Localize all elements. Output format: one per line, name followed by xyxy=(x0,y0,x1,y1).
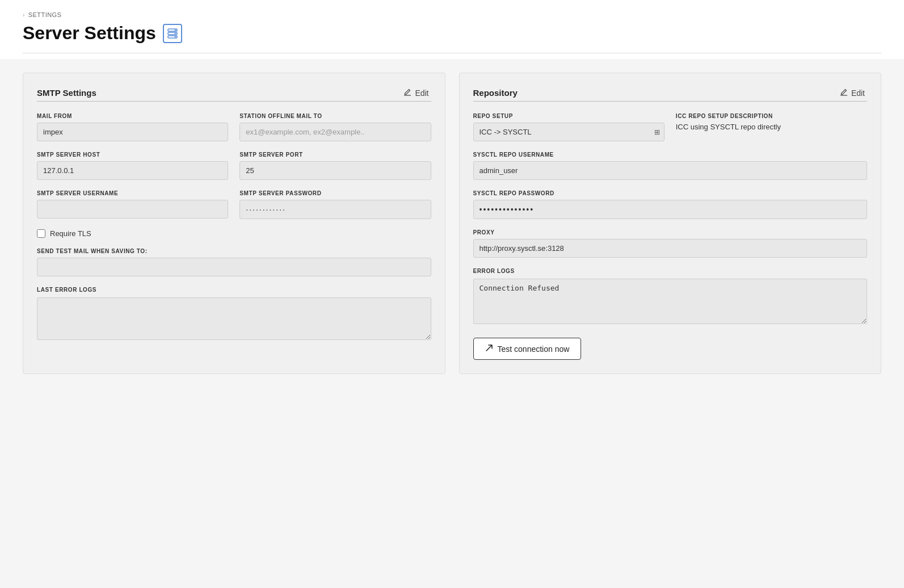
repo-setup-select[interactable]: ICC -> SYSCTL SYSCTL -> ICC Manual xyxy=(473,123,665,141)
smtp-row1: MAIL FROM impex STATION OFFLINE MAIL TO … xyxy=(37,113,431,141)
smtp-section-title: SMTP Settings xyxy=(37,88,96,98)
mail-from-group: MAIL FROM impex xyxy=(37,113,228,141)
icc-repo-desc-label: ICC REPO SETUP DESCRIPTION xyxy=(676,113,867,119)
smtp-host-label: SMTP SERVER HOST xyxy=(37,152,228,158)
last-error-textarea[interactable] xyxy=(37,297,431,340)
repo-edit-icon xyxy=(840,88,848,98)
smtp-host-group: SMTP SERVER HOST 127.0.0.1 xyxy=(37,152,228,180)
station-offline-input[interactable]: ex1@example.com, ex2@example.. xyxy=(239,123,431,141)
smtp-panel-header: SMTP Settings Edit xyxy=(37,87,431,99)
repo-panel-divider xyxy=(473,101,868,102)
mail-from-label: MAIL FROM xyxy=(37,113,228,119)
smtp-username-label: SMTP SERVER USERNAME xyxy=(37,190,228,196)
smtp-edit-icon xyxy=(403,88,411,98)
server-settings-icon xyxy=(163,24,182,43)
sysctl-username-input[interactable]: admin_user xyxy=(473,161,868,180)
smtp-panel: SMTP Settings Edit MAIL FROM impex STATI… xyxy=(23,73,445,374)
smtp-username-input[interactable] xyxy=(37,200,228,219)
proxy-group: PROXY http://proxy.sysctl.se:3128 xyxy=(473,229,868,258)
repo-edit-button[interactable]: Edit xyxy=(838,87,867,99)
smtp-password-input[interactable]: ············ xyxy=(239,200,431,219)
smtp-row3: SMTP SERVER USERNAME SMTP SERVER PASSWOR… xyxy=(37,190,431,219)
mail-from-input[interactable]: impex xyxy=(37,123,228,141)
send-test-input[interactable] xyxy=(37,258,431,276)
smtp-edit-button[interactable]: Edit xyxy=(401,87,431,99)
page-title: Server Settings xyxy=(23,23,156,44)
sysctl-username-group: SYSCTL REPO USERNAME admin_user xyxy=(473,152,868,180)
proxy-label: PROXY xyxy=(473,229,868,236)
require-tls-row: Require TLS xyxy=(37,229,431,238)
repo-error-logs-textarea[interactable] xyxy=(473,279,868,324)
smtp-port-group: SMTP SERVER PORT 25 xyxy=(239,152,431,180)
station-offline-group: STATION OFFLINE MAIL TO ex1@example.com,… xyxy=(239,113,431,141)
repo-setup-label: REPO SETUP xyxy=(473,113,665,119)
repo-top-row: REPO SETUP ICC -> SYSCTL SYSCTL -> ICC M… xyxy=(473,113,868,141)
page-title-row: Server Settings xyxy=(23,23,881,53)
smtp-port-input[interactable]: 25 xyxy=(239,161,431,180)
require-tls-checkbox[interactable] xyxy=(37,229,45,238)
test-connection-icon xyxy=(485,344,493,354)
repo-panel-header: Repository Edit xyxy=(473,87,868,99)
smtp-username-group: SMTP SERVER USERNAME xyxy=(37,190,228,219)
proxy-input[interactable]: http://proxy.sysctl.se:3128 xyxy=(473,239,868,258)
breadcrumb-chevron-icon: › xyxy=(23,12,25,18)
sysctl-password-label: SYSCTL REPO PASSWORD xyxy=(473,190,868,196)
send-test-label: SEND TEST MAIL WHEN SAVING TO: xyxy=(37,248,431,254)
smtp-panel-divider xyxy=(37,101,431,102)
smtp-password-label: SMTP SERVER PASSWORD xyxy=(239,190,431,196)
header-divider xyxy=(23,53,881,53)
repository-panel: Repository Edit REPO SETUP ICC -> SYSCTL xyxy=(459,73,882,374)
send-test-group: SEND TEST MAIL WHEN SAVING TO: xyxy=(37,248,431,276)
smtp-edit-label: Edit xyxy=(415,89,428,98)
last-error-section: LAST ERROR LOGS xyxy=(37,287,431,342)
smtp-row2: SMTP SERVER HOST 127.0.0.1 SMTP SERVER P… xyxy=(37,152,431,180)
repo-desc-col: ICC REPO SETUP DESCRIPTION ICC using SYS… xyxy=(676,113,867,141)
breadcrumb: › SETTINGS xyxy=(23,11,881,18)
repo-edit-label: Edit xyxy=(851,89,865,98)
icc-repo-desc-text: ICC using SYSCTL repo directly xyxy=(676,123,867,131)
smtp-host-input[interactable]: 127.0.0.1 xyxy=(37,161,228,180)
main-content: SMTP Settings Edit MAIL FROM impex STATI… xyxy=(0,59,904,388)
test-connection-label: Test connection now xyxy=(498,345,570,354)
smtp-port-label: SMTP SERVER PORT xyxy=(239,152,431,158)
repo-setup-select-wrapper: ICC -> SYSCTL SYSCTL -> ICC Manual ⊞ xyxy=(473,123,665,141)
repo-section-title: Repository xyxy=(473,88,518,98)
station-offline-label: STATION OFFLINE MAIL TO xyxy=(239,113,431,119)
page-header: › SETTINGS Server Settings xyxy=(0,0,904,59)
sysctl-password-input[interactable]: •••••••••••••• xyxy=(473,200,868,219)
breadcrumb-label: SETTINGS xyxy=(28,11,62,18)
smtp-password-group: SMTP SERVER PASSWORD ············ xyxy=(239,190,431,219)
repo-error-logs-label: ERROR LOGS xyxy=(473,268,868,274)
test-connection-button[interactable]: Test connection now xyxy=(473,338,582,360)
sysctl-password-group: SYSCTL REPO PASSWORD •••••••••••••• xyxy=(473,190,868,219)
sysctl-username-label: SYSCTL REPO USERNAME xyxy=(473,152,868,158)
require-tls-label: Require TLS xyxy=(50,229,91,238)
last-error-label: LAST ERROR LOGS xyxy=(37,287,431,293)
repo-setup-col: REPO SETUP ICC -> SYSCTL SYSCTL -> ICC M… xyxy=(473,113,665,141)
repo-error-logs-section: ERROR LOGS xyxy=(473,268,868,326)
